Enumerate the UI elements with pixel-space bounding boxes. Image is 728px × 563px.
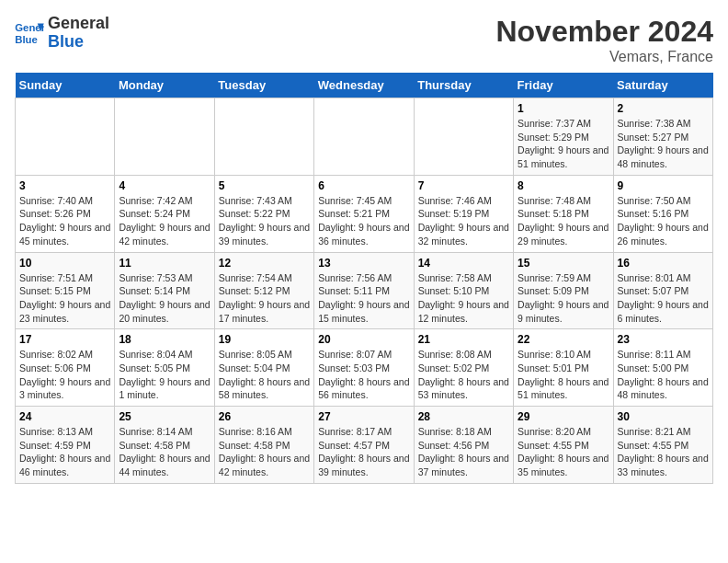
day-number: 25 [119, 410, 210, 423]
day-info: Sunrise: 8:10 AM Sunset: 5:01 PM Dayligh… [518, 348, 609, 402]
day-number: 28 [418, 410, 509, 423]
table-row: 29Sunrise: 8:20 AM Sunset: 4:55 PM Dayli… [514, 407, 613, 484]
day-info: Sunrise: 7:40 AM Sunset: 5:26 PM Dayligh… [19, 194, 110, 248]
calendar-table: Sunday Monday Tuesday Wednesday Thursday… [15, 73, 713, 484]
day-number: 12 [219, 257, 310, 270]
day-number: 6 [318, 179, 409, 192]
day-number: 30 [618, 410, 709, 423]
table-row: 26Sunrise: 8:16 AM Sunset: 4:58 PM Dayli… [214, 407, 313, 484]
weekday-header-row: Sunday Monday Tuesday Wednesday Thursday… [16, 73, 713, 98]
header-wednesday: Wednesday [314, 73, 414, 98]
day-info: Sunrise: 7:51 AM Sunset: 5:15 PM Dayligh… [19, 271, 110, 326]
table-row: 24Sunrise: 8:13 AM Sunset: 4:59 PM Dayli… [16, 407, 115, 484]
table-row [16, 98, 115, 176]
logo-text-line2: Blue [48, 33, 109, 52]
day-info: Sunrise: 8:13 AM Sunset: 4:59 PM Dayligh… [19, 425, 110, 479]
day-info: Sunrise: 8:21 AM Sunset: 4:55 PM Dayligh… [618, 425, 709, 479]
header-thursday: Thursday [414, 73, 513, 98]
month-year-title: November 2024 [495, 15, 713, 49]
table-row: 13Sunrise: 7:56 AM Sunset: 5:11 PM Dayli… [314, 252, 414, 329]
table-row: 11Sunrise: 7:53 AM Sunset: 5:14 PM Dayli… [115, 252, 214, 329]
header-friday: Friday [514, 73, 613, 98]
day-number: 19 [219, 333, 310, 346]
day-info: Sunrise: 8:17 AM Sunset: 4:57 PM Dayligh… [318, 425, 409, 479]
table-row: 21Sunrise: 8:08 AM Sunset: 5:02 PM Dayli… [414, 329, 513, 407]
day-number: 9 [618, 179, 709, 192]
day-number: 23 [618, 333, 709, 346]
day-info: Sunrise: 8:11 AM Sunset: 5:00 PM Dayligh… [618, 348, 709, 402]
table-row: 12Sunrise: 7:54 AM Sunset: 5:12 PM Dayli… [214, 252, 313, 329]
day-info: Sunrise: 8:07 AM Sunset: 5:03 PM Dayligh… [318, 348, 409, 402]
day-number: 13 [318, 257, 409, 270]
day-number: 26 [219, 410, 310, 423]
table-row: 14Sunrise: 7:58 AM Sunset: 5:10 PM Dayli… [414, 252, 513, 329]
day-number: 15 [518, 257, 609, 270]
day-info: Sunrise: 8:08 AM Sunset: 5:02 PM Dayligh… [418, 348, 509, 402]
day-number: 16 [618, 257, 709, 270]
table-row [115, 98, 214, 176]
day-info: Sunrise: 7:56 AM Sunset: 5:11 PM Dayligh… [318, 271, 409, 326]
day-info: Sunrise: 7:46 AM Sunset: 5:19 PM Dayligh… [418, 194, 509, 248]
table-row: 1Sunrise: 7:37 AM Sunset: 5:29 PM Daylig… [514, 98, 613, 176]
calendar-week-row: 10Sunrise: 7:51 AM Sunset: 5:15 PM Dayli… [16, 252, 713, 329]
day-number: 22 [518, 333, 609, 346]
day-info: Sunrise: 7:53 AM Sunset: 5:14 PM Dayligh… [119, 271, 210, 326]
day-number: 1 [518, 102, 609, 115]
table-row: 2Sunrise: 7:38 AM Sunset: 5:27 PM Daylig… [613, 98, 712, 176]
day-number: 17 [19, 333, 110, 346]
header-tuesday: Tuesday [214, 73, 313, 98]
day-info: Sunrise: 7:50 AM Sunset: 5:16 PM Dayligh… [618, 194, 709, 248]
day-info: Sunrise: 7:37 AM Sunset: 5:29 PM Dayligh… [518, 117, 609, 171]
table-row: 17Sunrise: 8:02 AM Sunset: 5:06 PM Dayli… [16, 329, 115, 407]
title-block: November 2024 Vemars, France [495, 15, 713, 65]
table-row [214, 98, 313, 176]
calendar-week-row: 1Sunrise: 7:37 AM Sunset: 5:29 PM Daylig… [16, 98, 713, 176]
location-subtitle: Vemars, France [495, 49, 713, 65]
logo: General Blue General Blue [15, 15, 109, 52]
day-info: Sunrise: 8:18 AM Sunset: 4:56 PM Dayligh… [418, 425, 509, 479]
table-row: 10Sunrise: 7:51 AM Sunset: 5:15 PM Dayli… [16, 252, 115, 329]
table-row: 16Sunrise: 8:01 AM Sunset: 5:07 PM Dayli… [613, 252, 712, 329]
table-row: 23Sunrise: 8:11 AM Sunset: 5:00 PM Dayli… [613, 329, 712, 407]
day-info: Sunrise: 8:02 AM Sunset: 5:06 PM Dayligh… [19, 348, 110, 402]
svg-text:Blue: Blue [15, 33, 38, 44]
day-number: 14 [418, 257, 509, 270]
calendar-week-row: 24Sunrise: 8:13 AM Sunset: 4:59 PM Dayli… [16, 407, 713, 484]
table-row: 30Sunrise: 8:21 AM Sunset: 4:55 PM Dayli… [613, 407, 712, 484]
table-row: 8Sunrise: 7:48 AM Sunset: 5:18 PM Daylig… [514, 175, 613, 252]
table-row: 9Sunrise: 7:50 AM Sunset: 5:16 PM Daylig… [613, 175, 712, 252]
table-row: 6Sunrise: 7:45 AM Sunset: 5:21 PM Daylig… [314, 175, 414, 252]
day-number: 24 [19, 410, 110, 423]
day-info: Sunrise: 7:38 AM Sunset: 5:27 PM Dayligh… [618, 117, 709, 171]
table-row: 20Sunrise: 8:07 AM Sunset: 5:03 PM Dayli… [314, 329, 414, 407]
day-number: 20 [318, 333, 409, 346]
table-row: 4Sunrise: 7:42 AM Sunset: 5:24 PM Daylig… [115, 175, 214, 252]
header-monday: Monday [115, 73, 214, 98]
table-row: 25Sunrise: 8:14 AM Sunset: 4:58 PM Dayli… [115, 407, 214, 484]
day-info: Sunrise: 7:42 AM Sunset: 5:24 PM Dayligh… [119, 194, 210, 248]
day-info: Sunrise: 7:48 AM Sunset: 5:18 PM Dayligh… [518, 194, 609, 248]
day-info: Sunrise: 7:43 AM Sunset: 5:22 PM Dayligh… [219, 194, 310, 248]
logo-icon: General Blue [15, 20, 44, 46]
table-row: 3Sunrise: 7:40 AM Sunset: 5:26 PM Daylig… [16, 175, 115, 252]
calendar-week-row: 17Sunrise: 8:02 AM Sunset: 5:06 PM Dayli… [16, 329, 713, 407]
day-info: Sunrise: 8:14 AM Sunset: 4:58 PM Dayligh… [119, 425, 210, 479]
day-info: Sunrise: 7:59 AM Sunset: 5:09 PM Dayligh… [518, 271, 609, 326]
day-number: 18 [119, 333, 210, 346]
day-number: 3 [19, 179, 110, 192]
day-number: 21 [418, 333, 509, 346]
day-number: 10 [19, 257, 110, 270]
table-row: 5Sunrise: 7:43 AM Sunset: 5:22 PM Daylig… [214, 175, 313, 252]
table-row: 18Sunrise: 8:04 AM Sunset: 5:05 PM Dayli… [115, 329, 214, 407]
day-number: 27 [318, 410, 409, 423]
day-info: Sunrise: 8:16 AM Sunset: 4:58 PM Dayligh… [219, 425, 310, 479]
header-saturday: Saturday [613, 73, 712, 98]
table-row: 7Sunrise: 7:46 AM Sunset: 5:19 PM Daylig… [414, 175, 513, 252]
table-row [314, 98, 414, 176]
day-number: 2 [618, 102, 709, 115]
header-sunday: Sunday [16, 73, 115, 98]
table-row: 27Sunrise: 8:17 AM Sunset: 4:57 PM Dayli… [314, 407, 414, 484]
day-info: Sunrise: 7:58 AM Sunset: 5:10 PM Dayligh… [418, 271, 509, 326]
day-info: Sunrise: 8:20 AM Sunset: 4:55 PM Dayligh… [518, 425, 609, 479]
day-number: 11 [119, 257, 210, 270]
